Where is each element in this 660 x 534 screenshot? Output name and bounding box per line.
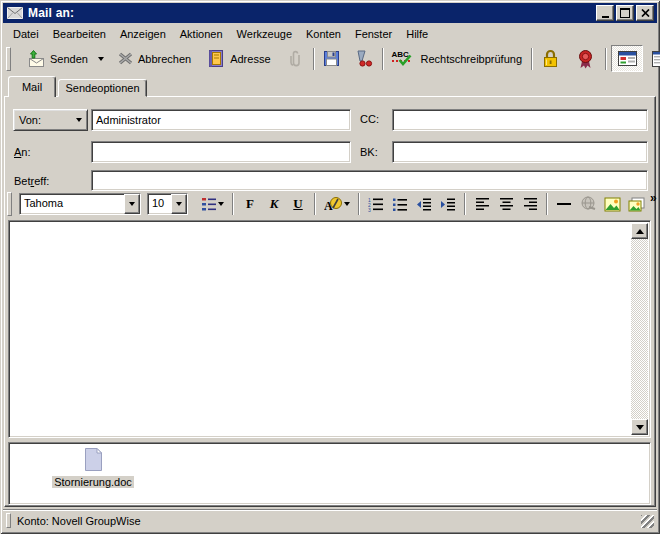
hyperlink-button[interactable] [576, 193, 600, 215]
bullet-list-button[interactable] [388, 193, 412, 215]
send-button[interactable]: Senden [21, 46, 92, 71]
tab-sendeoptionen[interactable]: Sendeoptionen [58, 79, 147, 97]
message-body[interactable] [11, 223, 629, 435]
menu-bar: Datei Bearbeiten Anzeigen Aktionen Werkz… [3, 24, 657, 43]
cc-input[interactable] [392, 109, 648, 131]
dropdown-arrow-icon [344, 202, 350, 209]
maximize-button[interactable] [616, 5, 634, 21]
bc-input[interactable] [392, 141, 648, 163]
scroll-up-icon [636, 225, 644, 234]
send-options-dropdown[interactable] [94, 46, 108, 71]
align-center-button[interactable] [494, 193, 518, 215]
message-body-container [8, 220, 651, 438]
menu-bearbeiten[interactable]: Bearbeiten [46, 26, 113, 42]
maximize-icon [620, 8, 630, 18]
resize-grip-icon[interactable] [641, 515, 654, 528]
menu-anzeigen[interactable]: Anzeigen [113, 26, 173, 42]
menu-aktionen[interactable]: Aktionen [173, 26, 230, 42]
to-input[interactable] [91, 141, 351, 163]
seal-button[interactable] [572, 46, 599, 71]
styles-dropdown-button[interactable] [196, 193, 228, 215]
panel-toggle-button[interactable] [647, 46, 660, 71]
format-overflow-button[interactable]: » [650, 191, 657, 205]
cancel-button[interactable]: Abbrechen [114, 46, 195, 71]
font-name-value: Tahoma [20, 194, 124, 214]
align-right-button[interactable] [518, 193, 542, 215]
menu-datei[interactable]: Datei [6, 26, 46, 42]
minimize-button[interactable] [596, 5, 614, 21]
document-icon [84, 447, 103, 472]
main-toolbar: Senden Abbrechen Adresse [3, 43, 657, 74]
spellcheck-label: Rechtschreibprüfung [421, 53, 523, 65]
outdent-button[interactable] [412, 193, 436, 215]
layout-toggle-button[interactable] [611, 45, 643, 72]
lock-icon [541, 49, 560, 68]
styles-icon [201, 197, 217, 211]
svg-text:3: 3 [368, 207, 371, 212]
panel-view-icon [651, 50, 660, 68]
format-toolbar-grip[interactable] [7, 192, 12, 216]
quickcorrect-icon [354, 49, 374, 68]
from-selector-button[interactable]: Von: [13, 109, 88, 131]
link-globe-icon [580, 196, 597, 212]
toolbar-separator [382, 48, 384, 70]
scroll-up-button[interactable] [631, 223, 648, 239]
outdent-icon [416, 197, 432, 212]
close-button[interactable] [636, 5, 654, 21]
format-separator [464, 193, 466, 215]
bc-label: BK: [360, 146, 378, 158]
toolbar-separator [313, 48, 315, 70]
font-size-value: 10 [148, 194, 171, 214]
window-controls [596, 5, 657, 21]
numbered-list-icon: 123 [368, 197, 384, 212]
menu-konten[interactable]: Konten [299, 26, 348, 42]
titlebar[interactable]: Mail an: [3, 3, 657, 23]
menu-werkzeuge[interactable]: Werkzeuge [230, 26, 299, 42]
address-button[interactable]: Adresse [203, 46, 274, 71]
save-icon [323, 50, 340, 67]
insert-image-button[interactable] [600, 193, 624, 215]
insert-image-icon [604, 197, 621, 212]
minimize-icon [602, 16, 609, 18]
bold-button[interactable]: F [238, 193, 262, 215]
attachment-item[interactable]: Stornierung.doc [43, 447, 143, 488]
font-color-button[interactable]: A [320, 193, 354, 215]
menu-fenster[interactable]: Fenster [348, 26, 399, 42]
menu-hilfe[interactable]: Hilfe [399, 26, 435, 42]
save-button[interactable] [319, 46, 344, 71]
spellcheck-abc-icon: ABC [392, 49, 416, 69]
quickcorrect-button[interactable] [350, 46, 378, 71]
vertical-scrollbar[interactable] [631, 223, 648, 435]
dropdown-arrow-icon [129, 202, 135, 209]
spellcheck-button[interactable]: ABC Rechtschreibprüfung [388, 46, 527, 71]
attach-button[interactable] [283, 46, 307, 71]
from-input[interactable] [91, 109, 351, 131]
close-icon [641, 9, 650, 17]
subject-input[interactable] [91, 170, 648, 191]
lock-button[interactable] [537, 46, 564, 71]
horizontal-rule-icon [556, 197, 572, 211]
envelope-icon [7, 7, 23, 19]
format-separator [314, 193, 316, 215]
insert-object-button[interactable] [624, 193, 648, 215]
attachment-filename: Stornierung.doc [52, 476, 134, 488]
toolbar-grip[interactable] [6, 47, 11, 71]
statusbar-grip [6, 513, 11, 528]
font-size-dropdown-button[interactable] [171, 194, 187, 214]
account-status-text: Konto: Novell GroupWise [17, 515, 141, 527]
status-bar: Konto: Novell GroupWise [3, 509, 657, 531]
scroll-down-icon [636, 425, 644, 434]
align-left-button[interactable] [470, 193, 494, 215]
italic-button[interactable]: K [262, 193, 286, 215]
numbered-list-button[interactable]: 123 [364, 193, 388, 215]
tab-mail[interactable]: Mail [8, 76, 56, 97]
dropdown-arrow-icon [98, 57, 104, 64]
font-name-combobox[interactable]: Tahoma [19, 193, 141, 215]
scroll-down-button[interactable] [631, 419, 648, 435]
underline-button[interactable]: U [286, 193, 310, 215]
horizontal-rule-button[interactable] [552, 193, 576, 215]
font-name-dropdown-button[interactable] [124, 194, 140, 214]
dropdown-arrow-icon [176, 202, 182, 209]
indent-button[interactable] [436, 193, 460, 215]
font-size-combobox[interactable]: 10 [147, 193, 188, 215]
